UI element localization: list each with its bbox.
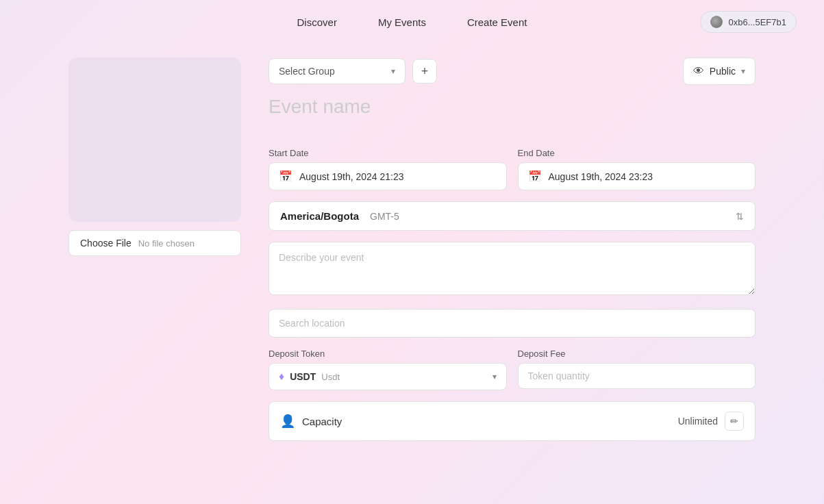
wallet-badge[interactable]: 0xb6...5EF7b1: [700, 11, 797, 33]
choose-file-button[interactable]: Choose File No file chosen: [68, 230, 241, 256]
eye-icon: 👁: [693, 65, 704, 77]
visibility-label: Public: [710, 66, 736, 77]
dates-row: Start Date 📅 August 19th, 2024 21:23 End…: [269, 148, 756, 190]
description-wrap: [269, 242, 756, 298]
timezone-selector[interactable]: America/Bogota GMT-5 ⇅: [269, 201, 756, 231]
deposit-token-label: Deposit Token: [269, 349, 507, 359]
left-panel: Choose File No file chosen: [68, 58, 241, 256]
start-date-group: Start Date 📅 August 19th, 2024 21:23: [269, 148, 507, 190]
deposit-fee-label: Deposit Fee: [518, 349, 756, 359]
add-icon: +: [421, 64, 429, 79]
timezone-left: America/Bogota GMT-5: [280, 210, 399, 222]
nav-my-events[interactable]: My Events: [378, 16, 426, 28]
end-date-value: August 19th, 2024 23:23: [549, 171, 653, 182]
capacity-row: 👤 Capacity Unlimited ✏: [269, 401, 756, 441]
token-symbol: USDT: [290, 371, 316, 382]
main-content: Choose File No file chosen Select Group …: [0, 44, 824, 455]
calendar-icon: 📅: [279, 170, 292, 183]
timezone-arrows-icon: ⇅: [736, 211, 744, 222]
visibility-chevron-icon: ▾: [741, 66, 745, 76]
end-date-group: End Date 📅 August 19th, 2024 23:23: [518, 148, 756, 190]
top-row: Select Group ▾ + 👁 Public ▾: [269, 58, 756, 85]
timezone-name: America/Bogota: [280, 210, 359, 222]
capacity-value: Unlimited: [678, 416, 718, 427]
image-placeholder: [68, 58, 241, 222]
chevron-down-icon: ▾: [391, 66, 395, 76]
wallet-address: 0xb6...5EF7b1: [728, 17, 786, 27]
description-input[interactable]: [269, 242, 756, 295]
nav-discover[interactable]: Discover: [297, 16, 337, 28]
capacity-label: Capacity: [302, 416, 342, 427]
pencil-icon: ✏: [730, 416, 738, 427]
select-group-label: Select Group: [279, 66, 335, 77]
token-name: Usdt: [321, 372, 340, 382]
calendar-icon-end: 📅: [528, 170, 542, 183]
visibility-dropdown[interactable]: 👁 Public ▾: [683, 58, 756, 85]
deposit-fee-group: Deposit Fee: [518, 349, 756, 390]
choose-file-label: Choose File: [80, 238, 132, 249]
person-icon: 👤: [280, 414, 295, 429]
start-date-label: Start Date: [269, 148, 507, 158]
token-quantity-input[interactable]: [518, 363, 756, 389]
event-name-input[interactable]: [269, 96, 756, 137]
deposit-token-dropdown[interactable]: ♦ USDT Usdt ▾: [269, 363, 507, 390]
deposit-row: Deposit Token ♦ USDT Usdt ▾ Deposit Fee: [269, 349, 756, 390]
deposit-token-group: Deposit Token ♦ USDT Usdt ▾: [269, 349, 507, 390]
no-file-text: No file chosen: [138, 238, 195, 249]
token-chevron-icon: ▾: [492, 372, 497, 381]
end-date-input[interactable]: 📅 August 19th, 2024 23:23: [518, 162, 756, 190]
start-date-value: August 19th, 2024 21:23: [299, 171, 404, 182]
diamond-icon: ♦: [279, 370, 284, 383]
nav-create-event[interactable]: Create Event: [467, 16, 527, 28]
timezone-gmt: GMT-5: [370, 211, 399, 222]
add-group-button[interactable]: +: [412, 59, 437, 84]
location-wrap: [269, 309, 756, 338]
capacity-right: Unlimited ✏: [678, 412, 744, 431]
right-panel: Select Group ▾ + 👁 Public ▾ Start Date 📅…: [269, 58, 756, 441]
capacity-left: 👤 Capacity: [280, 414, 342, 429]
select-group-dropdown[interactable]: Select Group ▾: [269, 58, 405, 84]
nav-links: Discover My Events Create Event: [297, 16, 527, 28]
capacity-edit-button[interactable]: ✏: [725, 412, 744, 431]
navbar: Discover My Events Create Event 0xb6...5…: [0, 0, 824, 44]
end-date-label: End Date: [518, 148, 756, 158]
wallet-icon: [710, 16, 723, 28]
start-date-input[interactable]: 📅 August 19th, 2024 21:23: [269, 162, 507, 190]
location-input[interactable]: [269, 309, 756, 338]
